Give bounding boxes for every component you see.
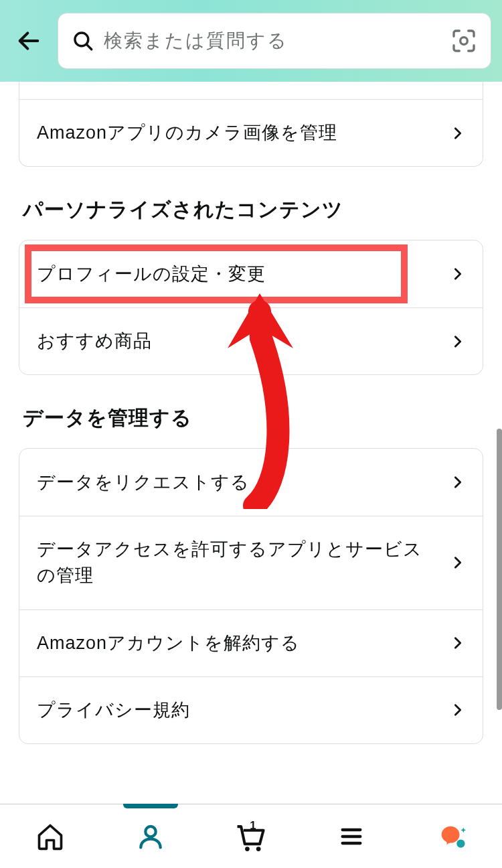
- chat-sparkle-icon: [436, 821, 467, 852]
- app-header: 検索または質問する: [0, 0, 502, 82]
- search-icon: [72, 29, 94, 52]
- home-icon: [35, 822, 65, 851]
- user-icon: [136, 822, 165, 851]
- svg-text:1: 1: [250, 819, 256, 832]
- chevron-right-icon: [450, 555, 465, 570]
- scrollbar-thumb[interactable]: [497, 429, 502, 710]
- settings-row-data-access-apps[interactable]: データアクセスを許可するアプリとサービスの管理: [19, 516, 483, 609]
- row-label: プロフィールの設定・変更: [37, 261, 450, 287]
- search-placeholder: 検索または質問する: [104, 28, 441, 54]
- svg-point-2: [145, 826, 155, 836]
- settings-row-partial[interactable]: [19, 82, 483, 99]
- chevron-right-icon: [450, 475, 465, 490]
- arrow-left-icon: [15, 27, 42, 54]
- row-label: プライバシー規約: [37, 697, 450, 723]
- svg-point-4: [256, 847, 261, 851]
- bottom-nav: 1: [0, 804, 502, 868]
- settings-row-close-account[interactable]: Amazonアカウントを解約する: [19, 609, 483, 676]
- nav-home[interactable]: [0, 804, 100, 868]
- row-label: Amazonアプリのカメラ画像を管理: [37, 120, 450, 146]
- partial-settings-group: Amazonアプリのカメラ画像を管理: [19, 82, 483, 167]
- svg-point-6: [456, 839, 465, 847]
- nav-cart[interactable]: 1: [201, 804, 301, 868]
- section-title-personalized: パーソナライズされたコンテンツ: [19, 194, 483, 240]
- settings-content: Amazonアプリのカメラ画像を管理 パーソナライズされたコンテンツ プロフィー…: [0, 82, 502, 744]
- back-button[interactable]: [5, 17, 52, 64]
- nav-account[interactable]: [100, 804, 201, 868]
- chevron-right-icon: [450, 703, 465, 717]
- menu-icon: [338, 823, 365, 850]
- nav-menu[interactable]: [301, 804, 402, 868]
- nav-rufus[interactable]: [402, 804, 502, 868]
- settings-group-manage-data: データをリクエストする データアクセスを許可するアプリとサービスの管理 Amaz…: [19, 448, 483, 744]
- svg-point-3: [245, 847, 250, 851]
- settings-row-camera-images[interactable]: Amazonアプリのカメラ画像を管理: [19, 99, 483, 166]
- chevron-right-icon: [450, 267, 465, 281]
- chevron-right-icon: [450, 636, 465, 650]
- camera-scan-icon[interactable]: [450, 27, 477, 54]
- settings-row-request-data[interactable]: データをリクエストする: [19, 449, 483, 516]
- row-label: データアクセスを許可するアプリとサービスの管理: [37, 536, 450, 589]
- row-label: データをリクエストする: [37, 469, 450, 496]
- settings-row-privacy-policy[interactable]: プライバシー規約: [19, 676, 483, 743]
- cart-icon: 1: [234, 819, 268, 854]
- svg-point-1: [461, 38, 468, 45]
- settings-group-personalized: プロフィールの設定・変更 おすすめ商品: [19, 240, 483, 375]
- settings-row-recommended[interactable]: おすすめ商品: [19, 307, 483, 374]
- search-bar[interactable]: 検索または質問する: [58, 13, 491, 69]
- row-label: おすすめ商品: [37, 328, 450, 354]
- chevron-right-icon: [450, 334, 465, 349]
- row-label: Amazonアカウントを解約する: [37, 630, 450, 656]
- settings-row-profile[interactable]: プロフィールの設定・変更: [19, 240, 483, 307]
- chevron-right-icon: [450, 126, 465, 141]
- section-title-manage-data: データを管理する: [19, 402, 483, 448]
